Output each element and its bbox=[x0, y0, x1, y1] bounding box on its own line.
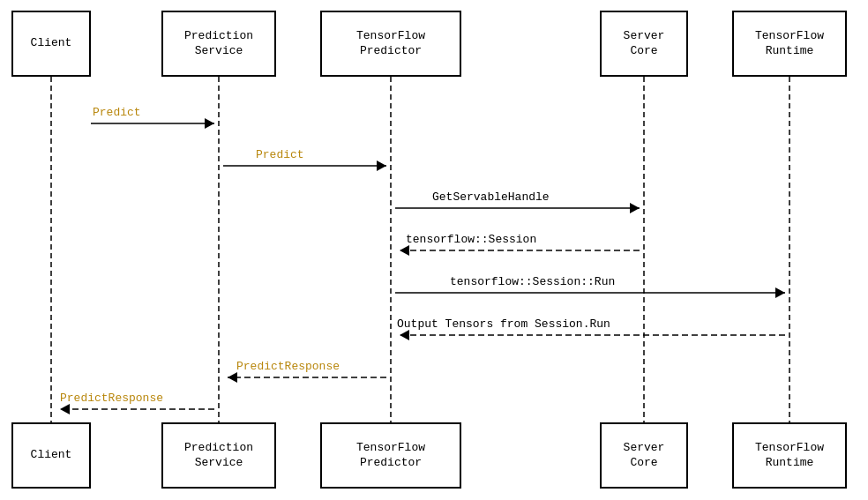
predict1-label: Predict bbox=[93, 106, 141, 119]
getservable-arrowhead bbox=[630, 203, 640, 213]
session-return-label: tensorflow::Session bbox=[406, 233, 536, 246]
session-return-arrowhead bbox=[400, 245, 409, 256]
predict-response1-label: PredictResponse bbox=[236, 360, 340, 373]
sequence-diagram: Client PredictionService TensorFlow Pred… bbox=[0, 0, 868, 500]
predict2-arrowhead bbox=[377, 160, 386, 171]
session-run-arrowhead bbox=[775, 287, 785, 298]
predict-response2-label: PredictResponse bbox=[60, 392, 163, 405]
getservable-label: GetServableHandle bbox=[432, 190, 550, 204]
predict2-label: Predict bbox=[256, 148, 304, 161]
output-tensors-label: Output Tensors from Session.Run bbox=[397, 317, 610, 331]
diagram-svg bbox=[0, 0, 868, 500]
output-tensors-arrowhead bbox=[400, 330, 409, 340]
predict1-arrowhead bbox=[205, 118, 214, 129]
predict-response1-arrowhead bbox=[228, 372, 237, 383]
session-run-label: tensorflow::Session::Run bbox=[450, 275, 615, 288]
predict-response2-arrowhead bbox=[60, 404, 70, 414]
